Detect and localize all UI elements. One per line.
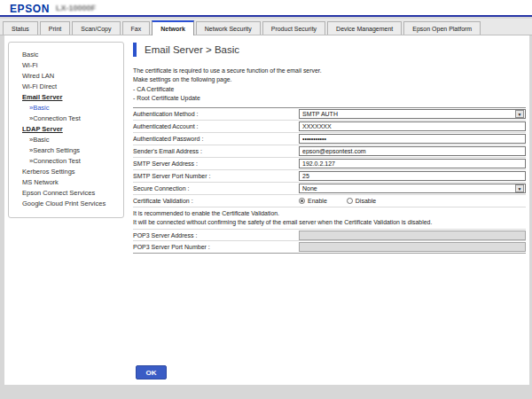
chevron-down-icon[interactable]: ▼ [515, 110, 524, 118]
intro-line: The certificate is required to use a sec… [133, 66, 526, 75]
printer-model-name: LX-10000F [56, 4, 96, 12]
app-header: EPSON LX-10000F [0, 0, 532, 17]
authenticated-password-input[interactable] [299, 134, 526, 144]
sidebar-item-epson-connect-services[interactable]: Epson Connect Services [9, 188, 123, 199]
field-label: Secure Connection : [133, 185, 299, 192]
radio-button-enable[interactable] [299, 198, 305, 204]
tab-print[interactable]: Print [40, 21, 70, 35]
radio-label: Disable [356, 198, 376, 204]
certificate-validation-radio-group: Enable Disable [299, 198, 376, 204]
field-label: SMTP Server Port Number : [133, 173, 299, 179]
form-row-smtp-server-port: SMTP Server Port Number : [133, 170, 526, 183]
field-label: POP3 Server Port Number : [133, 244, 299, 250]
radio-option-disable[interactable]: Disable [347, 198, 376, 204]
secure-connection-select[interactable]: None ▼ [299, 184, 526, 193]
sender-email-address-input[interactable] [299, 146, 526, 156]
page-title-row: Email Server > Basic [133, 43, 526, 57]
form-row-smtp-server-address: SMTP Server Address : [133, 158, 526, 170]
sidebar-item-wifi-direct[interactable]: Wi-Fi Direct [9, 82, 123, 92]
smtp-server-port-input[interactable] [299, 171, 526, 181]
title-accent-bar [133, 43, 137, 57]
form-row-sender-email-address: Sender's Email Address : [133, 145, 526, 158]
sidebar-nav: Basic Wi-Fi Wired LAN Wi-Fi Direct Email… [8, 42, 124, 218]
form-row-certificate-validation: Certificate Validation : Enable Disable [133, 195, 526, 207]
selected-value: None [300, 185, 317, 192]
radio-label: Enable [308, 198, 327, 204]
radio-button-disable[interactable] [347, 198, 353, 204]
sidebar-group-email-server[interactable]: Email Server [9, 92, 123, 103]
form-row-pop3-server-address: POP3 Server Address : [133, 229, 526, 241]
form-row-authentication-method: Authentication Method : SMTP AUTH ▼ [133, 108, 526, 121]
top-tab-bar: Status Print Scan/Copy Fax Network Netwo… [0, 19, 532, 35]
content-area: Basic Wi-Fi Wired LAN Wi-Fi Direct Email… [4, 35, 529, 385]
epson-logo: EPSON [10, 3, 50, 15]
field-label: Certificate Validation : [133, 198, 299, 204]
field-label: Authenticated Account : [133, 123, 299, 129]
sidebar-item-basic[interactable]: Basic [9, 50, 123, 60]
selected-value: SMTP AUTH [300, 111, 338, 117]
tab-status[interactable]: Status [3, 21, 38, 35]
field-label: POP3 Server Address : [133, 232, 299, 239]
intro-line: - Root Certificate Update [133, 94, 526, 103]
authentication-method-select[interactable]: SMTP AUTH ▼ [299, 109, 526, 119]
form-row-authenticated-password: Authenticated Password : [133, 133, 526, 145]
tab-fax[interactable]: Fax [122, 21, 151, 35]
sidebar-item-kerberos-settings[interactable]: Kerberos Settings [9, 167, 123, 177]
pop3-server-port-input [299, 242, 526, 252]
sidebar-item-ldap-basic[interactable]: »Basic [9, 135, 123, 145]
sidebar-item-ldap-search-settings[interactable]: »Search Settings [9, 145, 123, 156]
web-config-page: EPSON LX-10000F Status Print Scan/Copy F… [0, 0, 532, 399]
tab-epson-open-platform[interactable]: Epson Open Platform [403, 21, 481, 35]
field-label: Authenticated Password : [133, 136, 299, 142]
sidebar-item-email-server-basic[interactable]: »Basic [9, 103, 123, 113]
sidebar-item-wifi[interactable]: Wi-Fi [9, 60, 123, 71]
note-line: It will be connected without confirming … [133, 218, 526, 226]
sidebar-item-ldap-connection-test[interactable]: »Connection Test [9, 156, 123, 167]
chevron-down-icon[interactable]: ▼ [515, 184, 524, 192]
field-label: SMTP Server Address : [133, 160, 299, 167]
tab-product-security[interactable]: Product Security [262, 21, 325, 35]
tab-network-security[interactable]: Network Security [196, 21, 261, 35]
form-row-secure-connection: Secure Connection : None ▼ [133, 183, 526, 195]
field-label: Sender's Email Address : [133, 148, 299, 154]
sidebar-group-ldap-server[interactable]: LDAP Server [9, 124, 123, 135]
field-label: Authentication Method : [133, 111, 299, 117]
intro-line: Make settings on the following page. [133, 75, 526, 84]
sidebar-item-email-server-connection-test[interactable]: »Connection Test [9, 113, 123, 124]
ok-button[interactable]: OK [136, 365, 167, 379]
sidebar-item-google-cloud-print-services[interactable]: Google Cloud Print Services [9, 199, 123, 209]
note-line: It is recommended to enable the Certific… [133, 209, 526, 217]
sidebar-item-wired-lan[interactable]: Wired LAN [9, 71, 123, 82]
smtp-server-address-input[interactable] [299, 159, 526, 168]
page-title: Email Server > Basic [145, 44, 239, 55]
form-row-authenticated-account: Authenticated Account : [133, 121, 526, 133]
pop3-server-address-input [299, 231, 526, 240]
main-panel: Email Server > Basic The certificate is … [133, 43, 526, 254]
tab-network[interactable]: Network [152, 20, 194, 35]
sidebar-item-ms-network[interactable]: MS Network [9, 177, 123, 188]
radio-option-enable[interactable]: Enable [299, 198, 327, 204]
authenticated-account-input[interactable] [299, 121, 526, 131]
certificate-validation-note: It is recommended to enable the Certific… [133, 207, 526, 229]
tab-scan-copy[interactable]: Scan/Copy [72, 21, 120, 35]
intro-text: The certificate is required to use a sec… [133, 66, 526, 103]
intro-line: - CA Certificate [133, 85, 526, 94]
form-row-pop3-server-port: POP3 Server Port Number : [133, 241, 526, 254]
tab-device-management[interactable]: Device Management [327, 21, 402, 35]
